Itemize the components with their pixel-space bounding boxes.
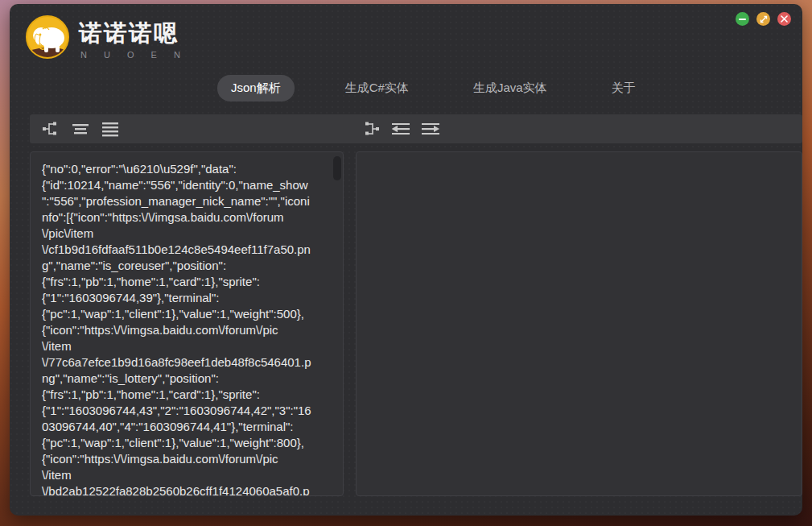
compress-lines-button[interactable] [71, 119, 90, 139]
json-input-scrollbar[interactable] [333, 154, 341, 494]
minus-icon [739, 19, 746, 20]
app-window: 诺诺诺嗯 N U O E N Json解析 生成C#实体 生成Java实体 关于 [10, 4, 802, 516]
tree-format-mirrored-icon [362, 121, 380, 137]
output-panel[interactable] [356, 151, 802, 496]
elephant-icon [26, 15, 69, 59]
toolbar-left-group [41, 119, 120, 139]
toolbar [30, 114, 802, 143]
close-icon [781, 15, 788, 23]
expand-lines-button[interactable] [101, 119, 120, 139]
format-tree-button[interactable] [41, 119, 60, 139]
minimize-button[interactable] [736, 12, 749, 26]
json-input-text[interactable]: {"no":0,"error":"\u6210\u529f","data": {… [31, 152, 332, 495]
indent-button[interactable] [421, 119, 440, 139]
close-button[interactable] [777, 12, 791, 26]
app-title: 诺诺诺嗯 [79, 20, 188, 46]
app-subtitle: N U O E N [80, 50, 188, 60]
tab-generate-java[interactable]: 生成Java实体 [460, 75, 561, 101]
center-lines-icon [72, 121, 89, 137]
tab-bar: Json解析 生成C#实体 生成Java实体 关于 [217, 75, 649, 101]
toolbar-right-group [361, 119, 440, 139]
json-input-panel: {"no":0,"error":"\u6210\u529f","data": {… [30, 151, 344, 496]
maximize-icon [760, 15, 768, 23]
outdent-arrow-icon [391, 121, 410, 137]
tab-about[interactable]: 关于 [598, 75, 649, 101]
tab-generate-csharp[interactable]: 生成C#实体 [332, 75, 422, 101]
app-logo: 诺诺诺嗯 N U O E N [26, 15, 188, 60]
tab-json-parse[interactable]: Json解析 [217, 75, 295, 101]
format-tree-output-button[interactable] [361, 119, 381, 139]
scrollbar-thumb[interactable] [333, 156, 341, 180]
window-controls [736, 12, 791, 26]
maximize-button[interactable] [756, 12, 770, 26]
outdent-button[interactable] [391, 119, 410, 139]
justify-lines-icon [101, 121, 119, 137]
tree-format-icon [42, 121, 60, 137]
indent-arrow-icon [421, 121, 440, 137]
